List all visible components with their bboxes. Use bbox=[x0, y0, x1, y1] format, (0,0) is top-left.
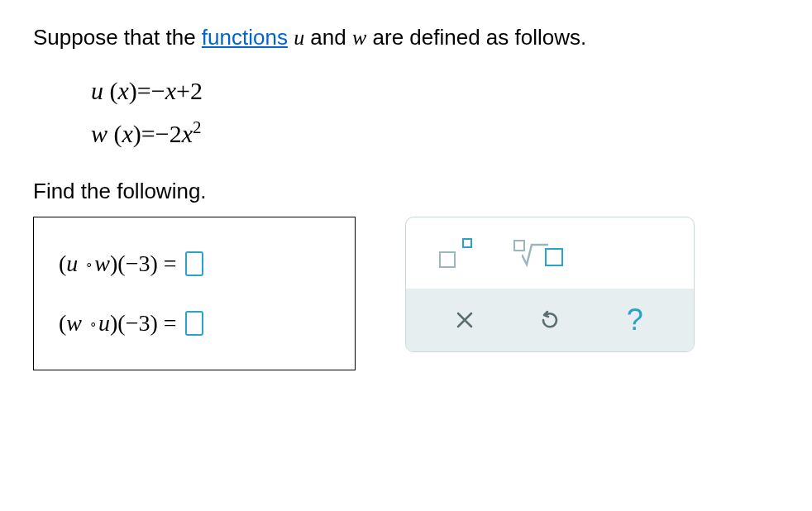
base-box-icon bbox=[439, 251, 456, 268]
function-definitions: u (x)=−x+2 w (x)=−2x2 bbox=[91, 71, 779, 154]
exponent-button[interactable] bbox=[439, 238, 472, 268]
exp-box-icon bbox=[462, 238, 472, 248]
problem-statement: Suppose that the functions u and w are d… bbox=[33, 25, 779, 50]
radicand-box-icon bbox=[545, 248, 563, 266]
help-button[interactable]: ? bbox=[619, 303, 652, 337]
intro-pre: Suppose that the bbox=[33, 25, 202, 50]
var-w: w bbox=[352, 26, 366, 50]
reset-button[interactable] bbox=[533, 303, 566, 337]
clear-button[interactable] bbox=[448, 303, 481, 337]
answers-box: (u ∘w)(−3) = (w ∘u)(−3) = bbox=[33, 217, 356, 370]
answer-input-2[interactable] bbox=[185, 311, 203, 336]
intro-post: are defined as follows. bbox=[366, 25, 586, 50]
close-icon bbox=[455, 310, 475, 330]
functions-link[interactable]: functions bbox=[202, 25, 288, 50]
control-row: ? bbox=[406, 289, 694, 351]
answer-input-1[interactable] bbox=[185, 251, 203, 276]
instruction-text: Find the following. bbox=[33, 179, 779, 204]
w-exponent: 2 bbox=[193, 117, 202, 137]
wu-expression: (w ∘u)(−3) = bbox=[59, 310, 177, 337]
answer-line-1: (u ∘w)(−3) = bbox=[59, 251, 330, 277]
math-tools-row bbox=[406, 217, 694, 289]
answer-line-2: (w ∘u)(−3) = bbox=[59, 310, 330, 337]
root-button[interactable] bbox=[513, 238, 571, 268]
tool-panel: ? bbox=[405, 217, 695, 352]
u-definition: u (x)=−x+2 bbox=[91, 71, 779, 111]
uw-expression: (u ∘w)(−3) = bbox=[59, 251, 177, 277]
undo-icon bbox=[539, 309, 561, 331]
w-definition: w (x)=−2x2 bbox=[91, 114, 779, 154]
intro-and: and bbox=[304, 25, 352, 50]
help-icon: ? bbox=[627, 303, 643, 337]
var-u: u bbox=[294, 26, 304, 50]
